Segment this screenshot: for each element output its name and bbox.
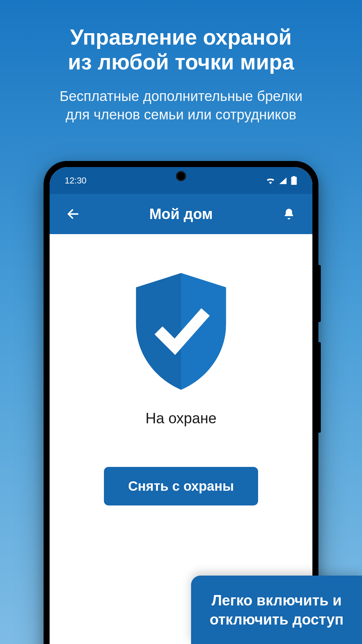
hero-subtitle: Бесплатные дополнительные брелки для чле… <box>27 87 335 124</box>
app-header: Мой дом <box>50 194 312 234</box>
bell-icon <box>283 208 295 220</box>
phone-camera-icon <box>176 171 186 181</box>
callout-bubble: Легко включить и отключить доступ <box>191 576 362 644</box>
notifications-button[interactable] <box>281 206 297 222</box>
battery-icon <box>291 176 297 185</box>
shield-check-icon <box>129 271 233 392</box>
phone-side-button-1 <box>318 265 321 322</box>
status-time: 12:30 <box>65 175 86 186</box>
app-title: Мой дом <box>149 206 213 222</box>
signal-icon <box>279 177 287 184</box>
hero-title: Управление охраной из любой точки мира <box>27 25 335 74</box>
wifi-icon <box>266 177 275 184</box>
hero-section: Управление охраной из любой точки мира Б… <box>0 0 362 124</box>
phone-mockup: 12:30 Мой дом <box>44 161 318 644</box>
phone-side-button-2 <box>318 342 321 433</box>
back-button[interactable] <box>65 206 81 222</box>
security-status-label: На охране <box>145 410 217 427</box>
phone-frame: 12:30 Мой дом <box>44 161 318 644</box>
callout-line2: отключить доступ <box>209 611 344 628</box>
hero-subtitle-line1: Бесплатные дополнительные брелки <box>60 88 303 104</box>
phone-screen: 12:30 Мой дом <box>50 167 312 644</box>
callout-line1: Легко включить и <box>212 592 342 608</box>
arrow-left-icon <box>66 207 80 221</box>
app-body: На охране Снять с охраны <box>50 234 312 526</box>
shield-status-icon <box>129 271 233 393</box>
hero-subtitle-line2: для членов семьи или сотрудников <box>66 107 296 122</box>
hero-title-line2: из любой точки мира <box>68 50 294 74</box>
hero-title-line1: Управление охраной <box>70 25 292 49</box>
disarm-button[interactable]: Снять с охраны <box>104 467 258 505</box>
status-icons <box>266 176 297 185</box>
